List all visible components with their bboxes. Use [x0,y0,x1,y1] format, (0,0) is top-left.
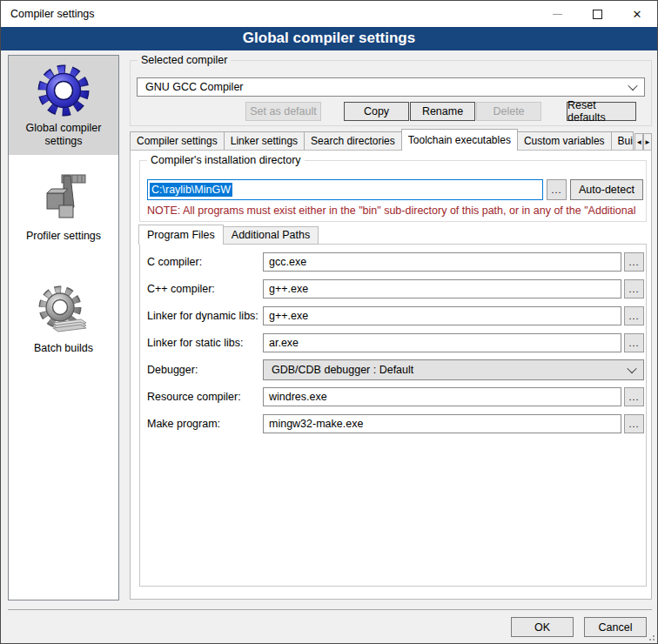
tab-build-options[interactable]: Build options [611,131,634,151]
maximize-button[interactable] [577,1,617,27]
ok-button[interactable]: OK [511,617,574,637]
batch-builds-icon [36,283,91,339]
debugger-dropdown[interactable]: GDB/CDB debugger : Default [263,359,644,380]
make-program-label: Make program: [147,413,220,434]
sidebar-item-profiler-settings[interactable]: Profiler settings [9,164,118,250]
debugger-label: Debugger: [147,359,198,380]
c-compiler-row: C compiler: gcc.exe ... [140,252,646,272]
resource-compiler-label: Resource compiler: [147,386,241,407]
titlebar-buttons: ✕ [537,1,657,27]
selected-compiler-group-label: Selected compiler [138,54,231,66]
right-arrow-icon: ► [644,138,651,146]
tab-linker-settings[interactable]: Linker settings [224,131,305,151]
footer-separator [8,609,652,610]
cpp-compiler-row: C++ compiler: g++.exe ... [140,278,646,299]
make-program-row: Make program: mingw32-make.exe ... [140,413,646,434]
tab-scroll-left-button[interactable]: ◄ [634,133,643,151]
reset-defaults-button[interactable]: Reset defaults [567,102,636,121]
tab-toolchain-executables[interactable]: Toolchain executables [401,129,518,151]
debugger-row: Debugger: GDB/CDB debugger : Default [140,359,646,380]
close-icon: ✕ [633,9,642,20]
cancel-button[interactable]: Cancel [584,617,647,637]
program-files-page: C compiler: gcc.exe ... C++ compiler: g+… [139,244,647,587]
resource-compiler-input[interactable]: windres.exe [263,387,621,406]
set-as-default-button[interactable]: Set as default [245,102,321,121]
tab-search-directories[interactable]: Search directories [304,131,402,151]
tab-custom-variables[interactable]: Custom variables [517,131,612,151]
close-button[interactable]: ✕ [617,1,657,27]
linker-dynamic-input[interactable]: g++.exe [263,306,621,325]
sidebar-item-label: Profiler settings [9,230,118,243]
settings-category-list: Global compiler settings Profiler settin… [8,55,119,600]
tab-scroll-right-button[interactable]: ► [643,133,652,151]
c-compiler-browse-button[interactable]: ... [624,252,644,272]
window-title: Compiler settings [10,8,95,20]
install-dir-selected-text: C:\raylib\MinGW [150,183,232,197]
selected-compiler-dropdown[interactable]: GNU GCC Compiler [137,77,645,97]
make-program-input[interactable]: mingw32-make.exe [263,414,621,433]
cpp-compiler-browse-button[interactable]: ... [624,279,644,299]
sidebar-item-batch-builds[interactable]: Batch builds [9,276,118,362]
install-dir-input[interactable]: C:\raylib\MinGW [147,179,543,200]
tab-program-files[interactable]: Program Files [138,225,224,245]
copy-button[interactable]: Copy [344,102,409,121]
linker-static-label: Linker for static libs: [147,332,243,353]
bin-subdirectory-note: NOTE: All programs must exist either in … [147,205,641,217]
maximize-icon [593,10,602,19]
selected-compiler-value: GNU GCC Compiler [145,81,244,93]
chevron-down-icon [628,81,637,91]
sidebar-item-label: Batch builds [9,342,118,355]
cpp-compiler-label: C++ compiler: [147,278,215,299]
toolchain-executables-page: Compiler's installation directory C:\ray… [130,150,652,600]
page-title: Global compiler settings [1,27,657,50]
sidebar-item-global-compiler-settings[interactable]: Global compiler settings [9,56,118,155]
c-compiler-label: C compiler: [147,252,202,272]
cpp-compiler-input[interactable]: g++.exe [263,279,621,299]
linker-static-browse-button[interactable]: ... [624,333,644,352]
installation-directory-group: Compiler's installation directory C:\ray… [139,160,647,222]
minimize-icon [553,14,562,15]
resource-compiler-browse-button[interactable]: ... [624,387,644,406]
install-dir-browse-button[interactable]: ... [547,179,567,200]
make-program-browse-button[interactable]: ... [624,414,644,433]
sidebar-item-label: Global compiler settings [9,122,118,148]
c-compiler-input[interactable]: gcc.exe [263,252,621,272]
compiler-settings-dialog: Compiler settings ✕ Global compiler sett… [0,0,658,644]
tab-compiler-settings[interactable]: Compiler settings [130,131,225,151]
installation-directory-group-label: Compiler's installation directory [147,154,305,166]
blue-gear-icon [36,63,91,118]
titlebar: Compiler settings ✕ [1,1,657,27]
chevron-down-icon [627,364,636,373]
auto-detect-button[interactable]: Auto-detect [570,179,643,200]
profiler-caliper-icon [36,171,91,226]
rename-button[interactable]: Rename [410,102,475,121]
compiler-tabs: Compiler settings Linker settings Search… [130,129,652,151]
resource-compiler-row: Resource compiler: windres.exe ... [140,386,646,407]
delete-button[interactable]: Delete [476,102,541,121]
minimize-button[interactable] [537,1,577,27]
linker-dynamic-browse-button[interactable]: ... [624,306,644,325]
linker-dynamic-row: Linker for dynamic libs: g++.exe ... [140,305,646,326]
program-files-tabs: Program Files Additional Paths [139,225,319,245]
left-arrow-icon: ◄ [635,138,642,146]
tab-additional-paths[interactable]: Additional Paths [223,226,319,245]
linker-dynamic-label: Linker for dynamic libs: [147,305,258,326]
resize-grip-icon[interactable] [646,632,655,641]
linker-static-input[interactable]: ar.exe [263,333,621,352]
debugger-value: GDB/CDB debugger : Default [272,364,413,376]
linker-static-row: Linker for static libs: ar.exe ... [140,332,646,353]
